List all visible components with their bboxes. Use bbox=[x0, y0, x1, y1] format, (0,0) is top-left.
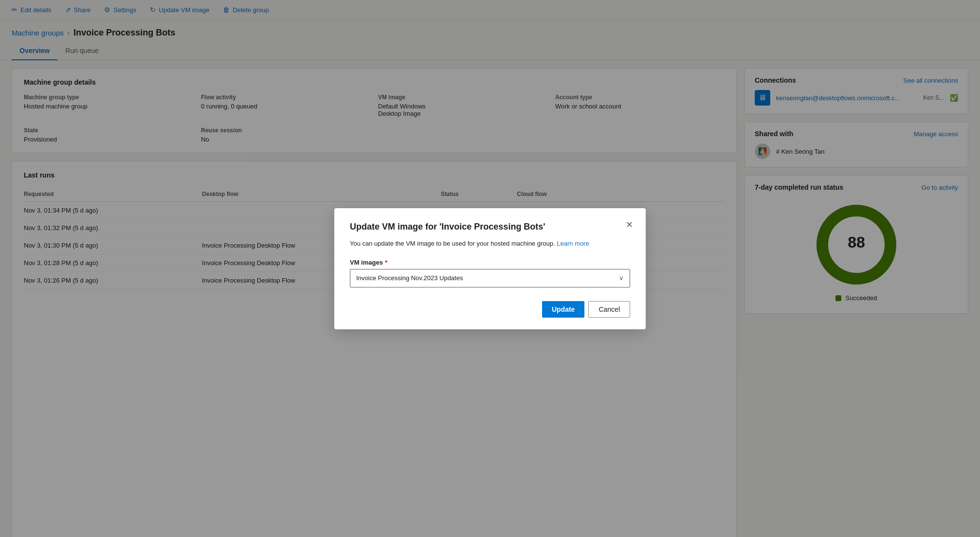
required-indicator: * bbox=[385, 259, 387, 266]
modal-actions: Update Cancel bbox=[350, 301, 630, 318]
form-field-vm-images: VM images * Invoice Processing Nov.2023 … bbox=[350, 259, 630, 287]
learn-more-link[interactable]: Learn more bbox=[557, 240, 589, 247]
cancel-button[interactable]: Cancel bbox=[588, 301, 630, 318]
modal-overlay[interactable]: Update VM image for 'Invoice Processing … bbox=[0, 0, 980, 537]
chevron-down-icon: ∨ bbox=[619, 274, 624, 282]
modal-title: Update VM image for 'Invoice Processing … bbox=[350, 222, 630, 232]
vm-images-select[interactable]: Invoice Processing Nov.2023 Updates ∨ bbox=[350, 269, 630, 287]
vm-images-label: VM images * bbox=[350, 259, 630, 266]
modal-description: You can update the VM image to be used f… bbox=[350, 240, 630, 247]
update-button[interactable]: Update bbox=[542, 301, 584, 318]
modal-close-button[interactable]: ✕ bbox=[622, 218, 636, 232]
update-vm-modal: Update VM image for 'Invoice Processing … bbox=[334, 208, 646, 329]
